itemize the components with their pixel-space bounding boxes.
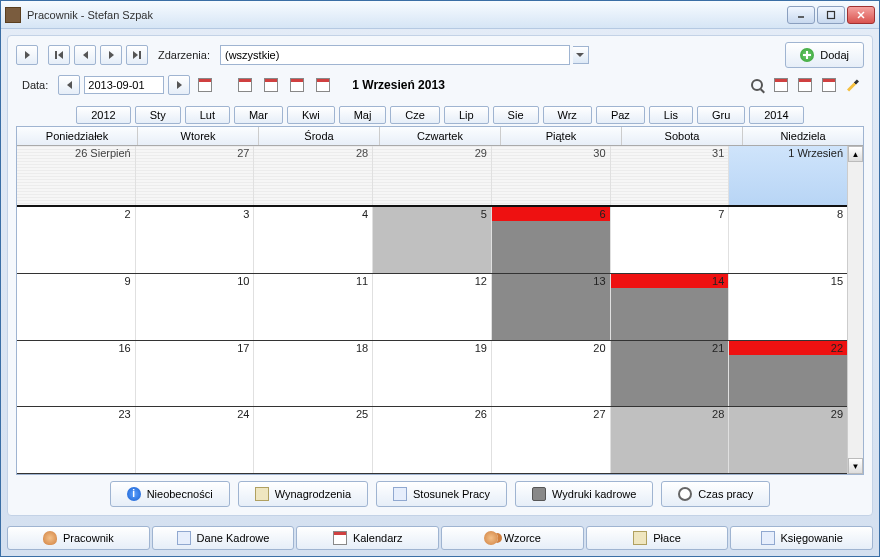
dow-header-cell: Czwartek — [380, 127, 501, 145]
day-label: 28 — [712, 408, 724, 420]
day-label: 25 — [356, 408, 368, 420]
day-cell[interactable]: 23 — [17, 407, 136, 473]
day-cell[interactable]: 31 — [611, 146, 730, 205]
day-cell[interactable]: 30 — [492, 146, 611, 205]
day-label: 9 — [125, 275, 131, 287]
minimize-button[interactable] — [787, 6, 815, 24]
day-cell[interactable]: 11 — [254, 274, 373, 340]
search-button[interactable] — [746, 74, 768, 96]
day-cell[interactable]: 1 Wrzesień — [729, 146, 847, 205]
day-cell[interactable]: 15 — [729, 274, 847, 340]
scrollbar[interactable]: ▲ ▼ — [847, 146, 863, 474]
month-button-2[interactable]: Mar — [234, 106, 283, 124]
day-cell[interactable]: 10 — [136, 274, 255, 340]
day-cell[interactable]: 7 — [611, 207, 730, 273]
month-button-8[interactable]: Wrz — [543, 106, 592, 124]
tool4-button[interactable] — [818, 74, 840, 96]
view4-button[interactable] — [312, 74, 334, 96]
month-button-9[interactable]: Paz — [596, 106, 645, 124]
day-cell[interactable]: 22 — [729, 341, 847, 407]
view2-button[interactable] — [260, 74, 282, 96]
day-cell[interactable]: 19 — [373, 341, 492, 407]
date-prev-button[interactable] — [58, 75, 80, 95]
day-cell[interactable]: 6 — [492, 207, 611, 273]
events-dropdown[interactable]: (wszystkie) — [220, 45, 570, 65]
day-cell[interactable]: 8 — [729, 207, 847, 273]
day-cell[interactable]: 14 — [611, 274, 730, 340]
bottom-tab-księgowanie[interactable]: Księgowanie — [730, 526, 873, 550]
day-cell[interactable]: 25 — [254, 407, 373, 473]
scroll-up-button[interactable]: ▲ — [848, 146, 863, 162]
day-cell[interactable]: 26 Sierpień — [17, 146, 136, 205]
month-button-1[interactable]: Lut — [185, 106, 230, 124]
scroll-track[interactable] — [848, 162, 863, 458]
day-cell[interactable]: 13 — [492, 274, 611, 340]
year-next-button[interactable]: 2014 — [749, 106, 803, 124]
sub-tab-stosunek-pracy[interactable]: Stosunek Pracy — [376, 481, 507, 507]
day-cell[interactable]: 16 — [17, 341, 136, 407]
month-button-6[interactable]: Lip — [444, 106, 489, 124]
day-cell[interactable]: 28 — [611, 407, 730, 473]
day-cell[interactable]: 26 — [373, 407, 492, 473]
day-label: 27 — [593, 408, 605, 420]
add-button[interactable]: Dodaj — [785, 42, 864, 68]
tool-icon — [798, 78, 812, 92]
sub-tab-wynagrodzenia[interactable]: Wynagrodzenia — [238, 481, 368, 507]
first-button[interactable] — [48, 45, 70, 65]
day-label: 22 — [831, 342, 843, 354]
view3-button[interactable] — [286, 74, 308, 96]
day-cell[interactable]: 27 — [492, 407, 611, 473]
day-cell[interactable]: 4 — [254, 207, 373, 273]
month-button-10[interactable]: Lis — [649, 106, 693, 124]
day-cell[interactable]: 21 — [611, 341, 730, 407]
day-label: 10 — [237, 275, 249, 287]
edit-button[interactable] — [842, 74, 864, 96]
close-button[interactable] — [847, 6, 875, 24]
prev-button[interactable] — [74, 45, 96, 65]
sub-tab-nieobecności[interactable]: iNieobecności — [110, 481, 230, 507]
bottom-tab-kalendarz[interactable]: Kalendarz — [296, 526, 439, 550]
sub-tab-czas-pracy[interactable]: Czas pracy — [661, 481, 770, 507]
day-cell[interactable]: 18 — [254, 341, 373, 407]
month-button-0[interactable]: Sty — [135, 106, 181, 124]
day-cell[interactable]: 2 — [17, 207, 136, 273]
last-button[interactable] — [126, 45, 148, 65]
tool2-button[interactable] — [770, 74, 792, 96]
day-cell[interactable]: 27 — [136, 146, 255, 205]
sub-tab-wydruki-kadrowe[interactable]: Wydruki kadrowe — [515, 481, 653, 507]
day-cell[interactable]: 29 — [729, 407, 847, 473]
bottom-tab-płace[interactable]: Płace — [586, 526, 729, 550]
play-button[interactable] — [16, 45, 38, 65]
print-icon — [532, 487, 546, 501]
day-label: 7 — [718, 208, 724, 220]
day-cell[interactable]: 17 — [136, 341, 255, 407]
day-cell[interactable]: 12 — [373, 274, 492, 340]
month-button-11[interactable]: Gru — [697, 106, 745, 124]
year-prev-button[interactable]: 2012 — [76, 106, 130, 124]
month-button-5[interactable]: Cze — [390, 106, 440, 124]
bottom-tab-label: Pracownik — [63, 532, 114, 544]
day-cell[interactable]: 29 — [373, 146, 492, 205]
next-button[interactable] — [100, 45, 122, 65]
tool3-button[interactable] — [794, 74, 816, 96]
date-input[interactable]: 2013-09-01 — [84, 76, 164, 94]
maximize-button[interactable] — [817, 6, 845, 24]
day-cell[interactable]: 9 — [17, 274, 136, 340]
scroll-down-button[interactable]: ▼ — [848, 458, 863, 474]
day-cell[interactable]: 28 — [254, 146, 373, 205]
day-cell[interactable]: 3 — [136, 207, 255, 273]
bottom-tab-pracownik[interactable]: Pracownik — [7, 526, 150, 550]
bottom-tab-dane-kadrowe[interactable]: Dane Kadrowe — [152, 526, 295, 550]
day-cell[interactable]: 5 — [373, 207, 492, 273]
day-cell[interactable]: 20 — [492, 341, 611, 407]
view-icon — [264, 78, 278, 92]
month-button-4[interactable]: Maj — [339, 106, 387, 124]
calendar-picker-button[interactable] — [194, 74, 216, 96]
events-dropdown-button[interactable] — [573, 46, 589, 64]
view1-button[interactable] — [234, 74, 256, 96]
bottom-tab-wzorce[interactable]: Wzorce — [441, 526, 584, 550]
month-button-3[interactable]: Kwi — [287, 106, 335, 124]
date-next-button[interactable] — [168, 75, 190, 95]
day-cell[interactable]: 24 — [136, 407, 255, 473]
month-button-7[interactable]: Sie — [493, 106, 539, 124]
